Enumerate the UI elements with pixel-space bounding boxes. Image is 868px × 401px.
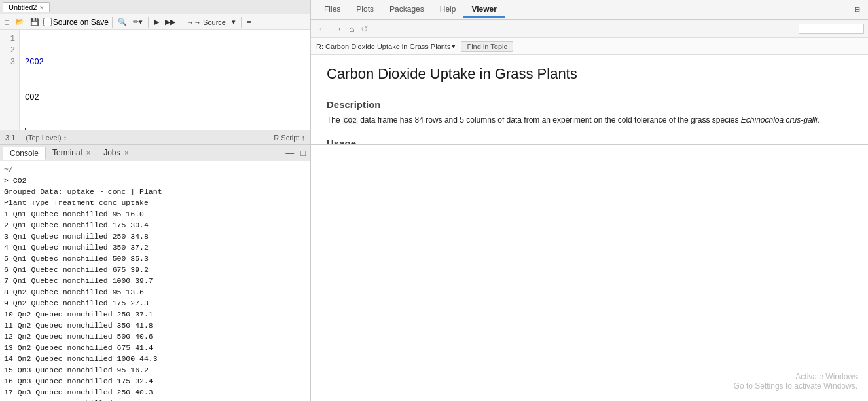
open-file-icon: 📂 xyxy=(15,18,24,26)
console-minimize-button[interactable]: — xyxy=(283,147,296,159)
code-tools-icon: ✏ xyxy=(133,18,139,26)
search-icon: 🔍 xyxy=(118,18,127,26)
tab-plots-label: Plots xyxy=(356,5,374,14)
description-period: . xyxy=(818,115,820,124)
tab-jobs[interactable]: Jobs × xyxy=(97,147,135,160)
console-line-header: Plant Type Treatment conc uptake xyxy=(4,197,306,208)
console-row-11: 11 Qn2 Quebec nonchilled 350 41.8 xyxy=(4,320,306,331)
find-in-topic-label: Find in Topic xyxy=(467,43,507,50)
maximize-icon: □ xyxy=(300,148,306,158)
editor-tab-close-icon[interactable]: × xyxy=(39,3,43,11)
nav-home-button[interactable]: ⌂ xyxy=(346,22,357,35)
topic-label: R: Carbon Dioxide Uptake in Grass Plants xyxy=(316,43,450,50)
doc-title: Carbon Dioxide Uptake in Grass Plants xyxy=(327,66,852,88)
minimize-icon: — xyxy=(285,148,294,158)
source-arrow-icon: → xyxy=(187,18,194,26)
viewer-search-bar xyxy=(799,24,864,34)
console-row-15: 15 Qn3 Quebec nonchilled 95 16.2 xyxy=(4,364,306,375)
maximize-icon: ⊟ xyxy=(854,5,860,13)
run-all-icon: ▶▶ xyxy=(165,18,175,26)
line-number-3: 3 xyxy=(4,56,15,68)
editor-toolbar: □ 📂 💾 Source on Save 🔍 ✏ ▾ ▶ xyxy=(0,14,310,30)
toolbar-separator-1 xyxy=(112,17,113,28)
source-on-save-text: Source on Save xyxy=(53,18,109,27)
code-line-1: ?CO2 xyxy=(25,56,305,68)
description-paragraph: The CO2 data frame has 84 rows and 5 col… xyxy=(327,114,852,127)
console-row-14: 14 Qn2 Quebec nonchilled 1000 44.3 xyxy=(4,353,306,364)
console-row-2: 2 Qn1 Quebec nonchilled 175 30.4 xyxy=(4,220,306,231)
terminal-tab-label: Terminal xyxy=(52,148,82,157)
run-button[interactable]: ▶ xyxy=(152,17,161,27)
save-file-icon: 💾 xyxy=(30,18,39,26)
tab-files[interactable]: Files xyxy=(316,2,348,18)
console-line-cmd: > CO2 xyxy=(4,175,306,186)
line-number-2: 2 xyxy=(4,45,15,56)
console-maximize-button[interactable]: □ xyxy=(298,147,308,159)
nav-refresh-button[interactable]: ↺ xyxy=(358,22,371,35)
new-file-button[interactable]: □ xyxy=(3,18,11,27)
console-row-8: 8 Qn2 Quebec nonchilled 95 13.6 xyxy=(4,286,306,297)
toolbar-separator-4 xyxy=(241,17,242,28)
code-level[interactable]: (Top Level) ↕ xyxy=(26,134,67,142)
console-row-18: 18 Qn3 Quebec nonchilled 350 42.1 xyxy=(4,398,306,401)
console-row-3: 3 Qn1 Quebec nonchilled 250 34.8 xyxy=(4,231,306,242)
console-tab-group: Console Terminal × Jobs × xyxy=(3,147,135,160)
tab-help[interactable]: Help xyxy=(432,2,464,18)
editor-status-bar: 3:1 (Top Level) ↕ R Script ↕ xyxy=(0,130,310,144)
tab-viewer[interactable]: Viewer xyxy=(463,2,504,18)
source-label: → Source xyxy=(194,18,226,26)
tab-viewer-label: Viewer xyxy=(471,5,496,14)
source-dropdown-button[interactable]: ▾ xyxy=(230,17,238,27)
code-editor-content[interactable]: ?CO2 CO2 xyxy=(20,30,310,130)
viewer-search-input[interactable] xyxy=(799,24,864,34)
open-file-button[interactable]: 📂 xyxy=(13,17,26,27)
run-all-button[interactable]: ▶▶ xyxy=(163,17,177,27)
back-arrow-icon: ← xyxy=(317,24,327,34)
tab-packages-label: Packages xyxy=(389,5,424,14)
save-file-button[interactable]: 💾 xyxy=(28,17,41,27)
find-in-topic-button[interactable]: Find in Topic xyxy=(461,41,513,52)
console-row-17: 17 Qn3 Quebec nonchilled 250 40.3 xyxy=(4,387,306,398)
jobs-tab-close-icon[interactable]: × xyxy=(124,149,128,157)
source-dropdown-icon: ▾ xyxy=(232,18,236,26)
editor-area: 1 2 3 ?CO2 CO2 xyxy=(0,30,310,130)
editor-tab-bar: Untitled2 × xyxy=(0,0,310,14)
console-output[interactable]: ~/ > CO2 Grouped Data: uptake ~ conc | P… xyxy=(0,161,310,401)
search-button[interactable]: 🔍 xyxy=(116,17,129,27)
viewer-nav-group: ← → ⌂ ↺ xyxy=(315,22,371,35)
code-tools-button[interactable]: ✏ ▾ xyxy=(131,17,145,27)
viewer-panel: Files Plots Packages Help Viewer ⊟ xyxy=(311,0,868,144)
source-on-save-label[interactable]: Source on Save xyxy=(43,18,109,27)
nav-back-button[interactable]: ← xyxy=(315,22,329,35)
tab-plots[interactable]: Plots xyxy=(348,2,382,18)
script-type[interactable]: R Script ↕ xyxy=(274,134,305,142)
jobs-tab-label: Jobs xyxy=(103,148,120,157)
editor-tab-untitled2[interactable]: Untitled2 × xyxy=(3,2,50,12)
topic-select[interactable]: R: Carbon Dioxide Uptake in Grass Plants… xyxy=(316,42,456,50)
console-header-line: ~/ xyxy=(4,164,306,175)
source-button[interactable]: → → Source xyxy=(185,18,228,27)
activate-windows-watermark: Activate Windows Go to Settings to activ… xyxy=(734,372,858,391)
console-row-7: 7 Qn1 Quebec nonchilled 1000 39.7 xyxy=(4,275,306,286)
run-icon: ▶ xyxy=(154,18,159,26)
source-on-save-checkbox[interactable] xyxy=(43,18,52,26)
maximize-viewer-button[interactable]: ⊟ xyxy=(852,5,863,14)
toolbar-separator-3 xyxy=(181,17,181,28)
nav-forward-button[interactable]: → xyxy=(331,22,345,35)
more-options-button[interactable]: ≡ xyxy=(245,18,253,27)
new-file-icon: □ xyxy=(5,18,9,26)
console-row-13: 13 Qn2 Quebec nonchilled 675 41.4 xyxy=(4,342,306,353)
editor-panel: Untitled2 × □ 📂 💾 Source on Save 🔍 xyxy=(0,0,311,144)
usage-heading: Usage xyxy=(327,138,852,144)
toolbar-separator-2 xyxy=(148,17,149,28)
description-heading: Description xyxy=(327,99,852,110)
editor-tab-label: Untitled2 xyxy=(9,3,37,11)
description-text-before: The xyxy=(327,115,342,124)
viewer-bottom-area: Activate Windows Go to Settings to activ… xyxy=(311,145,868,401)
tab-terminal[interactable]: Terminal × xyxy=(46,147,97,160)
tab-packages[interactable]: Packages xyxy=(382,2,432,18)
terminal-tab-close-icon[interactable]: × xyxy=(86,149,90,157)
tab-console[interactable]: Console xyxy=(3,147,46,160)
console-row-12: 12 Qn2 Quebec nonchilled 500 40.6 xyxy=(4,331,306,342)
console-row-6: 6 Qn1 Quebec nonchilled 675 39.2 xyxy=(4,264,306,275)
